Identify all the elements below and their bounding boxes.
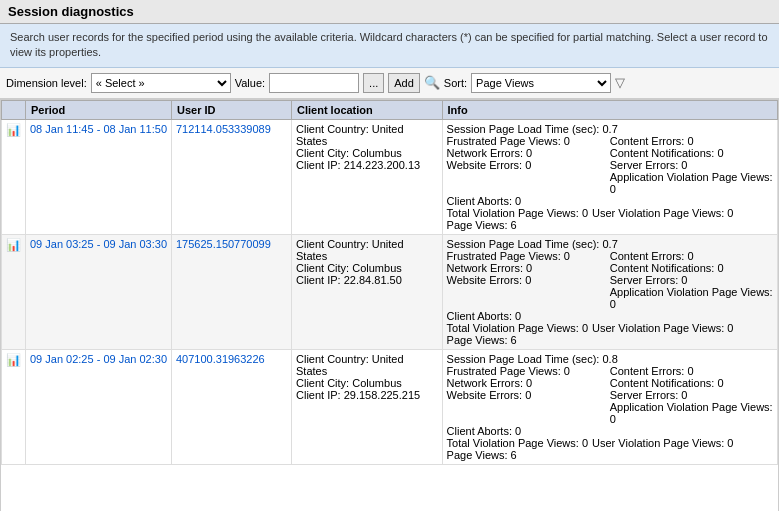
description-box: Search user records for the specified pe…: [0, 24, 779, 68]
toolbar: Dimension level: « Select » Value: ... A…: [0, 68, 779, 99]
search-icon: 🔍: [424, 75, 440, 90]
row-icon-cell: 📊: [2, 349, 26, 464]
period-cell[interactable]: 09 Jan 02:25 - 09 Jan 02:30: [26, 349, 172, 464]
total-violation: Total Violation Page Views: 0: [447, 207, 588, 219]
sort-select[interactable]: Page Views: [471, 73, 611, 93]
userid-cell[interactable]: 175625.150770099: [172, 234, 292, 349]
table-row[interactable]: 📊09 Jan 03:25 - 09 Jan 03:30175625.15077…: [2, 234, 778, 349]
col-period: Period: [26, 100, 172, 119]
add-button[interactable]: Add: [388, 73, 420, 93]
info-cell: Session Page Load Time (sec): 0.7Frustra…: [442, 234, 777, 349]
info-cell: Session Page Load Time (sec): 0.8Frustra…: [442, 349, 777, 464]
title-bar: Session diagnostics: [0, 0, 779, 24]
sort-label: Sort:: [444, 77, 467, 89]
app-violation: Application Violation Page Views: 0: [610, 401, 773, 425]
session-load: Session Page Load Time (sec): 0.8: [447, 353, 773, 365]
col-info: Info: [442, 100, 777, 119]
table-header-row: Period User ID Client location Info: [2, 100, 778, 119]
page-views: Page Views: 6: [447, 219, 773, 231]
userid-cell[interactable]: 407100.31963226: [172, 349, 292, 464]
filter-icon[interactable]: ▽: [615, 75, 625, 90]
row-icon: 📊: [6, 353, 21, 367]
value-label: Value:: [235, 77, 265, 89]
page-title: Session diagnostics: [8, 4, 134, 19]
page-views: Page Views: 6: [447, 449, 773, 461]
user-violation: User Violation Page Views: 0: [592, 322, 733, 334]
row-icon-cell: 📊: [2, 119, 26, 234]
location-cell: Client Country: United StatesClient City…: [292, 234, 443, 349]
app-violation: Application Violation Page Views: 0: [610, 286, 773, 310]
location-cell: Client Country: United StatesClient City…: [292, 119, 443, 234]
row-icon: 📊: [6, 123, 21, 137]
description-text: Search user records for the specified pe…: [10, 31, 768, 58]
period-cell[interactable]: 08 Jan 11:45 - 08 Jan 11:50: [26, 119, 172, 234]
dimension-label: Dimension level:: [6, 77, 87, 89]
total-violation: Total Violation Page Views: 0: [447, 322, 588, 334]
location-cell: Client Country: United StatesClient City…: [292, 349, 443, 464]
user-violation: User Violation Page Views: 0: [592, 437, 733, 449]
info-cell: Session Page Load Time (sec): 0.7Frustra…: [442, 119, 777, 234]
userid-cell[interactable]: 712114.053339089: [172, 119, 292, 234]
table-row[interactable]: 📊08 Jan 11:45 - 08 Jan 11:50712114.05333…: [2, 119, 778, 234]
value-input[interactable]: [269, 73, 359, 93]
table-container: Period User ID Client location Info 📊08 …: [0, 99, 779, 511]
dimension-select[interactable]: « Select »: [91, 73, 231, 93]
app-violation: Application Violation Page Views: 0: [610, 171, 773, 195]
total-violation: Total Violation Page Views: 0: [447, 437, 588, 449]
table-row[interactable]: 📊09 Jan 02:25 - 09 Jan 02:30407100.31963…: [2, 349, 778, 464]
row-icon: 📊: [6, 238, 21, 252]
col-location: Client location: [292, 100, 443, 119]
session-load: Session Page Load Time (sec): 0.7: [447, 238, 773, 250]
col-icon: [2, 100, 26, 119]
page-views: Page Views: 6: [447, 334, 773, 346]
row-icon-cell: 📊: [2, 234, 26, 349]
period-cell[interactable]: 09 Jan 03:25 - 09 Jan 03:30: [26, 234, 172, 349]
col-userid: User ID: [172, 100, 292, 119]
user-violation: User Violation Page Views: 0: [592, 207, 733, 219]
session-load: Session Page Load Time (sec): 0.7: [447, 123, 773, 135]
ellipsis-button[interactable]: ...: [363, 73, 384, 93]
